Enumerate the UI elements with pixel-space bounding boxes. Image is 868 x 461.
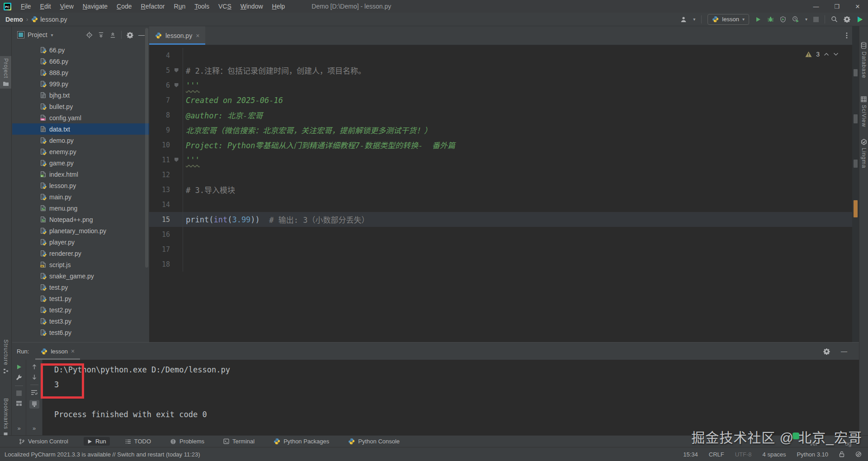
- code-line-16[interactable]: 16: [149, 227, 852, 242]
- user-icon[interactable]: [680, 16, 687, 23]
- tree-item-test.py[interactable]: test.py: [12, 282, 149, 293]
- tree-scrollbar[interactable]: [145, 28, 148, 268]
- stop-button[interactable]: [16, 390, 22, 396]
- code-line-5[interactable]: 5# 2.注释：包括记录创建时间，创建人，项目名称。: [149, 63, 852, 78]
- stripe-button-lingma[interactable]: Lingma: [859, 136, 868, 170]
- stripe-button-sciview[interactable]: SciView: [859, 94, 868, 129]
- more-actions-icon[interactable]: »: [33, 425, 36, 432]
- lock-icon[interactable]: [839, 451, 844, 457]
- maximize-button[interactable]: ❒: [826, 0, 847, 13]
- tool-window-button-python-packages[interactable]: Python Packages: [270, 437, 333, 446]
- profiler-chevron-down-icon[interactable]: ▾: [805, 17, 807, 22]
- panel-settings-gear-icon[interactable]: [127, 32, 133, 38]
- run-tab-lesson[interactable]: lesson ×: [35, 343, 80, 360]
- tree-item-test1.py[interactable]: test1.py: [12, 293, 149, 304]
- tree-item-data.txt[interactable]: data.txt: [12, 123, 149, 135]
- menu-navigate[interactable]: Navigate: [79, 2, 112, 11]
- stripe-button-database[interactable]: Database: [859, 40, 868, 80]
- gutter-fold-area[interactable]: [170, 68, 183, 72]
- code-line-11[interactable]: 11''': [149, 152, 852, 167]
- down-stacktrace-icon[interactable]: [32, 374, 37, 380]
- tool-window-button-version-control[interactable]: Version Control: [15, 437, 72, 446]
- code-line-7[interactable]: 7Created on 2025-06-16: [149, 93, 852, 108]
- tree-item-999.py[interactable]: 999.py: [12, 78, 149, 89]
- close-button[interactable]: ✕: [847, 0, 868, 13]
- run-button[interactable]: [755, 16, 761, 23]
- status-message[interactable]: Localized PyCharm 2021.3.3 is available …: [5, 451, 200, 458]
- tree-item-index.html[interactable]: Hindex.html: [12, 169, 149, 180]
- rerun-button[interactable]: [16, 364, 22, 370]
- user-chevron-down-icon[interactable]: ▾: [693, 17, 695, 22]
- gutter-fold-area[interactable]: [170, 83, 183, 87]
- tree-item-bjhg.txt[interactable]: bjhg.txt: [12, 89, 149, 101]
- breadcrumb-project[interactable]: Demo: [5, 16, 23, 23]
- tree-item-game.py[interactable]: game.py: [12, 157, 149, 169]
- menu-code[interactable]: Code: [113, 2, 136, 11]
- breadcrumb-file[interactable]: lesson.py: [40, 16, 67, 23]
- tree-item-snake_game.py[interactable]: snake_game.py: [12, 270, 149, 282]
- line-ending-indicator[interactable]: CRLF: [709, 451, 724, 458]
- expand-all-icon[interactable]: [98, 32, 104, 38]
- code-line-4[interactable]: 4: [149, 48, 852, 63]
- stripe-mark[interactable]: [854, 160, 858, 168]
- run-configuration-select[interactable]: lesson ▾: [708, 14, 749, 25]
- code-line-10[interactable]: 10Project: Python零基础从入门到精通详细教程7-数据类型的转换-…: [149, 137, 852, 152]
- menu-file[interactable]: File: [17, 2, 35, 11]
- code-line-15[interactable]: 15print(int(3.99)) # 输出: 3（小数部分丢失）: [149, 212, 852, 227]
- code-line-12[interactable]: 12: [149, 167, 852, 182]
- menu-window[interactable]: Window: [236, 2, 267, 11]
- project-panel-title[interactable]: Project: [28, 31, 47, 38]
- tree-item-menu.png[interactable]: menu.png: [12, 202, 149, 214]
- code-editor[interactable]: 45# 2.注释：包括记录创建时间，创建人，项目名称。6'''7Created …: [149, 45, 852, 342]
- encoding-indicator[interactable]: UTF-8: [735, 451, 752, 458]
- soft-wrap-icon[interactable]: [31, 390, 38, 395]
- hide-panel-icon[interactable]: —: [138, 31, 145, 38]
- tab-lesson-py[interactable]: lesson.py ×: [149, 26, 205, 45]
- code-line-17[interactable]: 17: [149, 242, 852, 257]
- edit-configuration-wrench-icon[interactable]: [16, 375, 22, 381]
- code-line-9[interactable]: 9北京宏哥（微信搜索：北京宏哥，关注宏哥，提前解锁更多测试干货！）: [149, 122, 852, 137]
- tree-item-demo.py[interactable]: demo.py: [12, 135, 149, 146]
- tree-item-888.py[interactable]: 888.py: [12, 67, 149, 78]
- run-settings-gear-icon[interactable]: [823, 348, 830, 355]
- warning-stripe-mark[interactable]: [854, 200, 858, 217]
- fold-marker-icon[interactable]: [175, 83, 179, 87]
- tool-window-button-problems[interactable]: Problems: [166, 437, 208, 446]
- tab-options-kebab-icon[interactable]: [846, 26, 852, 45]
- tree-item-bullet.py[interactable]: bullet.py: [12, 101, 149, 112]
- settings-gear-icon[interactable]: [844, 16, 850, 23]
- tool-window-button-terminal[interactable]: Terminal: [220, 437, 258, 446]
- stripe-button-structure[interactable]: Structure: [0, 337, 11, 376]
- tree-item-main.py[interactable]: main.py: [12, 191, 149, 202]
- tree-item-renderer.py[interactable]: renderer.py: [12, 248, 149, 259]
- coverage-button[interactable]: [780, 16, 786, 23]
- run-tab-close-icon[interactable]: ×: [71, 348, 75, 355]
- tree-item-666.py[interactable]: 666.py: [12, 56, 149, 67]
- up-stacktrace-icon[interactable]: [32, 364, 37, 370]
- tool-window-button-python-console[interactable]: Python Console: [344, 437, 403, 446]
- tab-close-icon[interactable]: ×: [196, 32, 199, 39]
- tool-window-button-todo[interactable]: TODO: [122, 437, 155, 446]
- tree-item-planetary_motion.py[interactable]: planetary_motion.py: [12, 225, 149, 236]
- next-warning-chevron-down-icon[interactable]: [833, 52, 839, 56]
- minimize-button[interactable]: —: [806, 0, 826, 13]
- code-line-13[interactable]: 13# 3.导入模块: [149, 182, 852, 197]
- fold-marker-icon[interactable]: [175, 158, 179, 162]
- scroll-to-end-icon[interactable]: [29, 400, 39, 409]
- indent-indicator[interactable]: 4 spaces: [763, 451, 786, 458]
- fold-marker-icon[interactable]: [175, 68, 179, 72]
- inspection-profile-icon[interactable]: [855, 451, 862, 457]
- stripe-mark[interactable]: [854, 69, 858, 76]
- stripe-button-project[interactable]: Project: [0, 56, 11, 89]
- menu-vcs[interactable]: VCS: [214, 2, 236, 11]
- menu-run[interactable]: Run: [170, 2, 190, 11]
- tree-item-Notepad++.png[interactable]: Notepad++.png: [12, 214, 149, 225]
- tree-item-test6.py[interactable]: test6.py: [12, 327, 149, 338]
- locate-file-icon[interactable]: [86, 32, 93, 38]
- run-console-output[interactable]: D:\Python\python.exe D:/Demo/lesson.py3 …: [42, 360, 859, 435]
- collapse-all-icon[interactable]: [109, 32, 116, 38]
- tool-window-button-run[interactable]: Run: [84, 437, 110, 446]
- menu-refactor[interactable]: Refactor: [137, 2, 169, 11]
- more-actions-icon[interactable]: »: [17, 425, 20, 432]
- menu-tools[interactable]: Tools: [190, 2, 213, 11]
